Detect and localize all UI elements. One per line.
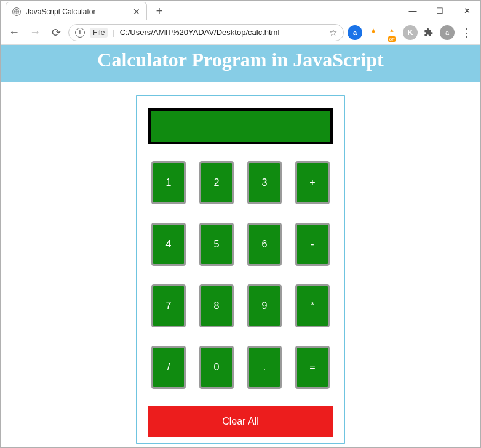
browser-tab[interactable]: JavaScript Calculator ✕ [6,2,147,20]
window-controls: — ☐ ✕ [399,1,480,20]
address-bar[interactable]: i File | C:/Users/AMIT%20YADAV/Desktop/c… [68,24,344,41]
key-divide[interactable]: / [151,346,186,389]
key-9[interactable]: 9 [247,284,282,327]
extension-flame-icon[interactable] [366,25,381,40]
tab-title: JavaScript Calculator [26,7,95,16]
forward-button[interactable]: → [26,24,44,41]
key-plus[interactable]: + [295,161,330,204]
key-4[interactable]: 4 [151,223,186,266]
calculator-keys: 1 2 3 + 4 5 6 - 7 8 9 * / 0 . = [148,161,333,389]
page-viewport: Calculator Program in JavaScript 1 2 3 +… [1,45,480,447]
extension-off-badge: off [388,36,396,42]
browser-menu-icon[interactable]: ⋮ [458,26,475,39]
window-close-button[interactable]: ✕ [453,1,480,20]
extension-a-icon[interactable]: a [348,25,362,40]
url-text: C:/Users/AMIT%20YADAV/Desktop/calc.html [120,28,324,37]
key-3[interactable]: 3 [247,161,282,204]
browser-toolbar: ← → ⟳ i File | C:/Users/AMIT%20YADAV/Des… [1,20,480,45]
new-tab-button[interactable]: + [151,2,168,20]
globe-icon [12,7,21,16]
tab-close-icon[interactable]: ✕ [133,7,140,17]
key-dot[interactable]: . [247,346,282,389]
key-0[interactable]: 0 [199,346,234,389]
maximize-button[interactable]: ☐ [426,1,453,20]
clear-row: Clear All [148,406,333,437]
key-6[interactable]: 6 [247,223,282,266]
key-1[interactable]: 1 [151,161,186,204]
extension-off-icon[interactable]: off [384,25,399,40]
site-info-icon[interactable]: i [75,28,85,38]
page-banner: Calculator Program in JavaScript [1,45,480,82]
extensions-puzzle-icon[interactable] [421,25,436,40]
url-divider: | [113,28,114,37]
key-multiply[interactable]: * [295,284,330,327]
key-2[interactable]: 2 [199,161,234,204]
key-7[interactable]: 7 [151,284,186,327]
minimize-button[interactable]: — [399,1,426,20]
bookmark-star-icon[interactable]: ☆ [329,27,337,38]
profile-avatar-icon[interactable]: a [440,25,455,40]
calculator-container: 1 2 3 + 4 5 6 - 7 8 9 * / 0 . = [1,82,480,444]
extension-k-icon[interactable]: K [403,25,418,40]
key-minus[interactable]: - [295,223,330,266]
back-button[interactable]: ← [6,24,23,41]
reload-button[interactable]: ⟳ [47,24,65,41]
clear-all-button[interactable]: Clear All [148,406,333,437]
calculator: 1 2 3 + 4 5 6 - 7 8 9 * / 0 . = [136,95,345,444]
key-equals[interactable]: = [295,346,330,389]
browser-window: JavaScript Calculator ✕ + — ☐ ✕ ← → ⟳ i … [0,0,481,448]
calculator-display[interactable] [148,108,333,144]
key-8[interactable]: 8 [199,284,234,327]
titlebar: JavaScript Calculator ✕ + — ☐ ✕ [1,1,480,20]
key-5[interactable]: 5 [199,223,234,266]
file-scheme-label: File [90,28,108,38]
page-heading: Calculator Program in JavaScript [1,49,480,71]
